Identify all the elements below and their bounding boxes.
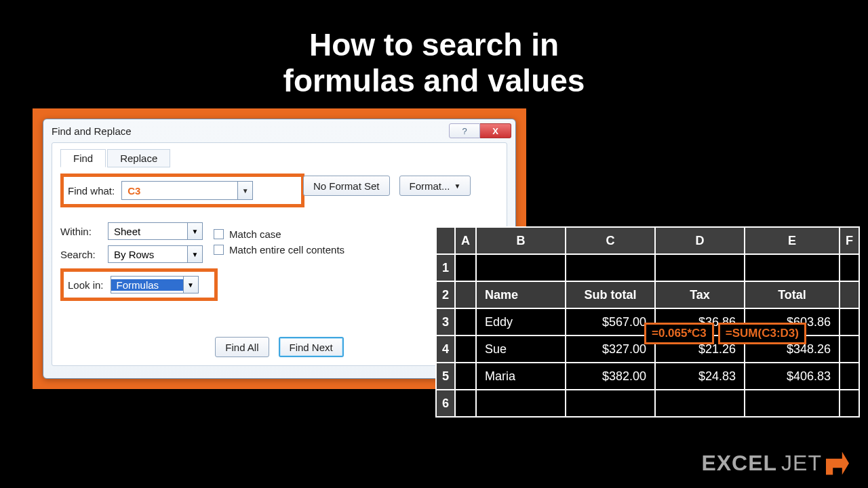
cell: $406.83 <box>745 363 840 390</box>
no-format-button[interactable]: No Format Set <box>303 176 390 196</box>
formula-callouts: =0.065*C3 =SUM(C3:D3) <box>644 323 806 344</box>
find-all-button[interactable]: Find All <box>215 337 269 357</box>
header-cell: Total <box>745 281 840 308</box>
within-select[interactable]: Sheet ▼ <box>108 222 203 240</box>
checkbox-icon <box>214 229 224 239</box>
look-in-select[interactable]: Formulas ▼ <box>111 276 199 293</box>
search-label: Search: <box>60 249 108 260</box>
cell: Maria <box>476 363 566 390</box>
header-cell: Name <box>476 281 566 308</box>
brand-text-thin: JET <box>781 451 822 476</box>
within-label: Within: <box>60 226 108 237</box>
chevron-down-icon[interactable]: ▼ <box>183 277 198 293</box>
find-what-input[interactable] <box>122 182 237 199</box>
chevron-down-icon[interactable]: ▼ <box>187 246 202 262</box>
cell: $327.00 <box>566 336 655 363</box>
match-case-checkbox[interactable]: Match case <box>214 228 344 240</box>
col-header: B <box>476 227 566 254</box>
format-button[interactable]: Format... ▼ <box>399 176 471 196</box>
tab-replace[interactable]: Replace <box>107 149 170 167</box>
cell: $382.00 <box>566 363 655 390</box>
checkbox-icon <box>214 245 224 255</box>
formula-e3: =SUM(C3:D3) <box>718 323 806 344</box>
close-button[interactable]: X <box>480 123 511 138</box>
match-entire-checkbox[interactable]: Match entire cell contents <box>214 244 344 256</box>
title-line-1: How to search in <box>309 27 559 62</box>
row-header: 1 <box>436 254 455 281</box>
chevron-down-icon[interactable]: ▼ <box>187 223 202 239</box>
tab-find[interactable]: Find <box>60 149 106 167</box>
format-button-label: Format... <box>410 180 450 192</box>
row-header: 5 <box>436 363 455 390</box>
within-value: Sheet <box>108 226 187 237</box>
title-line-2: formulas and values <box>283 63 585 98</box>
row-header: 4 <box>436 336 455 363</box>
find-what-label: Find what: <box>68 185 115 197</box>
match-entire-label: Match entire cell contents <box>229 244 344 256</box>
match-case-label: Match case <box>229 228 281 240</box>
row-header: 3 <box>436 308 455 336</box>
spreadsheet-preview: A B C D E F 1 2 Name Sub total Tax Total… <box>435 226 860 418</box>
arrow-icon <box>826 452 849 475</box>
cell: Eddy <box>476 308 566 336</box>
brand-logo: EXCELJET <box>701 451 849 476</box>
cell: $567.00 <box>566 308 655 336</box>
find-what-combo[interactable]: ▼ <box>121 181 253 200</box>
dialog-title: Find and Replace <box>52 125 132 137</box>
search-select[interactable]: By Rows ▼ <box>108 245 203 263</box>
formula-d3: =0.065*C3 <box>644 323 714 344</box>
cell: Sue <box>476 336 566 363</box>
col-header: A <box>455 227 476 254</box>
col-header: D <box>655 227 745 254</box>
corner-cell <box>436 227 455 254</box>
row-header: 2 <box>436 281 455 308</box>
chevron-down-icon: ▼ <box>454 182 461 190</box>
chevron-down-icon[interactable]: ▼ <box>237 182 252 199</box>
col-header: C <box>566 227 655 254</box>
cell: $24.83 <box>655 363 745 390</box>
brand-text-bold: EXCEL <box>701 451 777 476</box>
look-in-value: Formulas <box>111 279 183 291</box>
header-cell: Tax <box>655 281 745 308</box>
find-next-button[interactable]: Find Next <box>279 337 344 357</box>
row-header: 6 <box>436 390 455 417</box>
header-cell: Sub total <box>566 281 655 308</box>
look-in-label: Look in: <box>68 279 104 291</box>
search-value: By Rows <box>108 249 187 260</box>
page-title: How to search in formulas and values <box>0 0 868 99</box>
col-header: F <box>840 227 859 254</box>
help-button[interactable]: ? <box>449 123 480 138</box>
col-header: E <box>745 227 840 254</box>
look-in-row: Look in: Formulas ▼ <box>60 268 218 301</box>
find-what-row: Find what: ▼ <box>60 174 304 207</box>
